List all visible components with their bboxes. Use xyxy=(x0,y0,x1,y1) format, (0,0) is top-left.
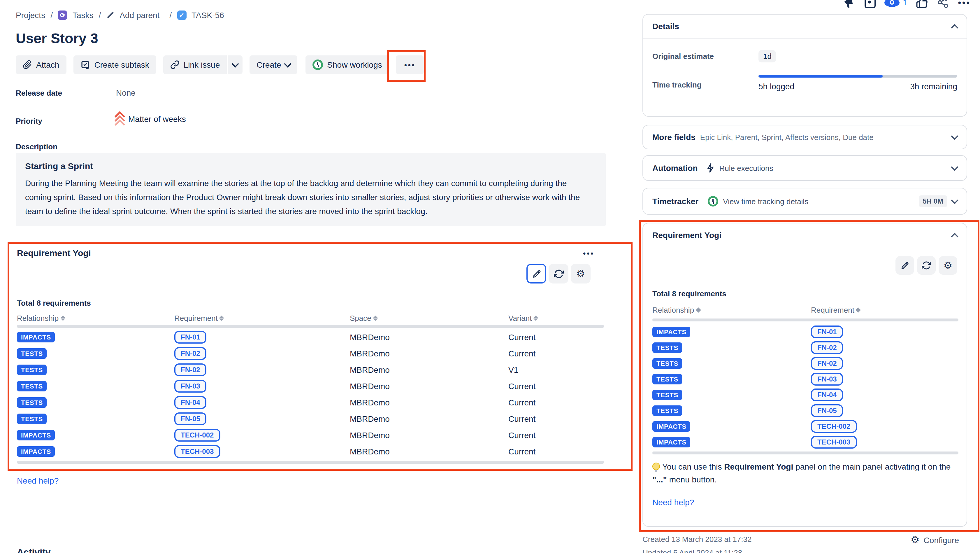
ry-left-total: Total 8 requirements xyxy=(17,299,91,308)
description-text: During the Planning Meeting the team wil… xyxy=(25,176,585,218)
relationship-badge: IMPACTS xyxy=(17,446,55,457)
updated-date: Updated 5 April 2024 at 11:28 xyxy=(643,548,967,553)
configure-label: Configure xyxy=(924,535,959,545)
breadcrumb-tasks[interactable]: Tasks xyxy=(73,11,94,20)
breadcrumb-separator: / xyxy=(169,11,172,20)
table-row: TESTSFN-04MBRDemoCurrent xyxy=(17,394,604,411)
sort-icon[interactable] xyxy=(696,308,700,313)
requirement-pill[interactable]: TECH-002 xyxy=(174,429,220,441)
time-tracking-field[interactable]: 5h logged 3h remaining xyxy=(759,75,957,91)
header-more-icon[interactable]: ••• xyxy=(958,0,970,7)
ry-right-header[interactable]: Requirement Yogi xyxy=(643,223,967,247)
column-header-relationship: Relationship xyxy=(17,314,65,323)
table-row: TESTSFN-03 xyxy=(652,371,958,387)
chevron-down-icon xyxy=(951,132,958,139)
requirement-pill[interactable]: FN-02 xyxy=(811,357,843,370)
task-check-icon: ✓ xyxy=(177,11,186,20)
requirement-pill[interactable]: TECH-003 xyxy=(811,435,857,448)
configure-button[interactable]: ⚙ Configure xyxy=(911,535,959,545)
relationship-badge: IMPACTS xyxy=(17,430,55,440)
attach-button[interactable]: Attach xyxy=(16,56,66,74)
requirement-pill[interactable]: TECH-003 xyxy=(174,445,220,458)
requirement-pill[interactable]: FN-04 xyxy=(811,388,843,401)
time-logged: 5h logged xyxy=(759,82,794,91)
more-fields-card[interactable]: More fields Epic Link, Parent, Sprint, A… xyxy=(643,125,967,149)
create-subtask-button[interactable]: Create subtask xyxy=(73,56,156,74)
table-scrollbar-bottom[interactable] xyxy=(17,461,604,464)
description-body[interactable]: Starting a Sprint During the Planning Me… xyxy=(16,153,606,226)
toolbar-more-button[interactable]: ••• xyxy=(396,56,424,74)
vote-thumbsup-icon[interactable] xyxy=(916,0,928,9)
tasks-sync-icon[interactable]: ⟳ xyxy=(58,11,67,20)
details-header[interactable]: Details xyxy=(643,14,967,38)
timetracker-card[interactable]: Timetracker View time tracking details 5… xyxy=(643,188,967,215)
create-label: Create xyxy=(256,60,281,69)
sort-icon[interactable] xyxy=(60,316,65,321)
share-icon[interactable] xyxy=(937,0,949,9)
table-scrollbar-top[interactable] xyxy=(17,325,604,328)
release-date-value[interactable]: None xyxy=(116,88,135,97)
requirement-pill[interactable]: FN-02 xyxy=(174,347,207,360)
lightbulb-icon xyxy=(652,462,660,470)
time-remaining: 3h remaining xyxy=(910,82,957,91)
original-estimate-value[interactable]: 1d xyxy=(759,50,776,62)
requirement-pill[interactable]: FN-01 xyxy=(174,331,207,344)
feedback-megaphone-icon[interactable] xyxy=(843,0,856,10)
requirement-pill[interactable]: FN-03 xyxy=(811,373,843,385)
automation-title: Automation xyxy=(652,163,698,173)
relationship-badge: IMPACTS xyxy=(652,437,690,447)
gear-icon: ⚙ xyxy=(943,260,953,270)
ry-left-more-button[interactable]: ••• xyxy=(583,249,594,258)
link-issue-button[interactable]: Link issue xyxy=(163,56,227,74)
priority-value-field[interactable]: Matter of weeks xyxy=(116,113,186,125)
ry-refresh-button[interactable] xyxy=(549,264,568,284)
ry-right-actions: ⚙ xyxy=(896,256,957,275)
sort-icon[interactable] xyxy=(533,316,538,321)
automation-summary: Rule executions xyxy=(719,164,773,172)
show-worklogs-button[interactable]: Show worklogs xyxy=(305,56,389,74)
breadcrumb-separator: / xyxy=(51,11,53,20)
table-scrollbar-bottom[interactable] xyxy=(652,451,958,454)
watch-eye-icon xyxy=(885,0,900,7)
timetracker-badge: 5H 0M xyxy=(918,195,947,207)
focus-box-icon[interactable] xyxy=(865,0,876,8)
ry-settings-button[interactable]: ⚙ xyxy=(571,264,590,284)
requirement-pill[interactable]: FN-02 xyxy=(811,341,843,354)
breadcrumb-projects[interactable]: Projects xyxy=(16,11,45,20)
ry-left-table-header: Relationship Requirement Space Variant xyxy=(17,314,604,323)
description-heading: Description xyxy=(16,142,57,151)
table-row: IMPACTSTECH-003 xyxy=(652,434,958,450)
requirement-pill[interactable]: FN-05 xyxy=(174,413,207,425)
requirement-pill[interactable]: FN-01 xyxy=(811,325,843,338)
issue-title[interactable]: User Story 3 xyxy=(16,30,98,47)
breadcrumb: Projects / ⟳ Tasks / Add parent / ✓ TASK… xyxy=(16,11,224,20)
breadcrumb-task-id[interactable]: TASK-56 xyxy=(191,11,224,20)
ry-settings-button[interactable]: ⚙ xyxy=(939,256,957,275)
chevron-down-icon xyxy=(284,60,291,67)
requirement-pill[interactable]: TECH-002 xyxy=(811,420,857,432)
create-button[interactable]: Create xyxy=(250,56,298,74)
sort-icon[interactable] xyxy=(220,316,224,321)
automation-card[interactable]: Automation Rule executions xyxy=(643,155,967,181)
sort-icon[interactable] xyxy=(373,316,378,321)
ry-edit-button[interactable] xyxy=(896,256,914,275)
ry-left-title: Requirement Yogi xyxy=(17,248,91,258)
priority-label: Priority xyxy=(16,117,42,126)
table-scrollbar-top[interactable] xyxy=(652,319,958,322)
relationship-badge: TESTS xyxy=(652,405,682,416)
watch-count: 1 xyxy=(903,0,907,7)
more-dots-icon: ••• xyxy=(404,61,416,69)
breadcrumb-add-parent[interactable]: Add parent xyxy=(119,11,159,20)
requirement-pill[interactable]: FN-05 xyxy=(811,404,843,417)
requirement-pill[interactable]: FN-04 xyxy=(174,396,207,409)
watchers[interactable]: 1 xyxy=(885,0,907,7)
table-row: TESTSFN-05MBRDemoCurrent xyxy=(17,411,604,427)
ry-edit-button[interactable] xyxy=(527,264,546,284)
need-help-link[interactable]: Need help? xyxy=(17,476,59,485)
sort-icon[interactable] xyxy=(856,308,861,313)
requirement-pill[interactable]: FN-03 xyxy=(174,380,207,393)
need-help-link[interactable]: Need help? xyxy=(652,497,694,507)
requirement-pill[interactable]: FN-02 xyxy=(174,363,207,376)
ry-refresh-button[interactable] xyxy=(917,256,936,275)
link-issue-dropdown[interactable] xyxy=(228,56,242,74)
